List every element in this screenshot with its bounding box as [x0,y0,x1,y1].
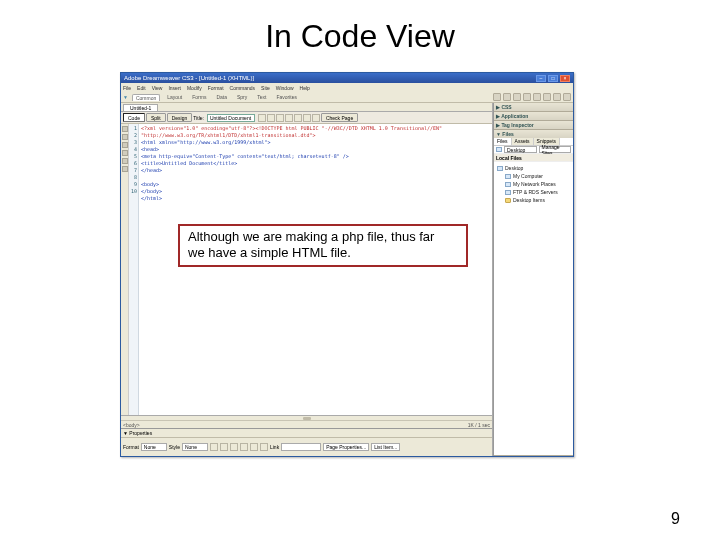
gutter-icon[interactable] [122,150,128,156]
bold-icon[interactable] [210,443,218,451]
toolbar-icon[interactable] [294,114,302,122]
gutter-icon[interactable] [122,134,128,140]
folder-icon [505,198,511,203]
minimize-icon[interactable]: – [536,75,546,82]
menu-file[interactable]: File [123,85,131,91]
callout-line2: we have a simple HTML file. [188,245,351,260]
menu-commands[interactable]: Commands [230,85,256,91]
page-properties-button[interactable]: Page Properties... [323,443,369,451]
files-tree[interactable]: Desktop My Computer My Network Places FT… [494,162,573,206]
insert-icon[interactable] [493,93,501,101]
network-icon [505,182,511,187]
document-tab[interactable]: Untitled-1 [123,104,158,111]
view-design-button[interactable]: Design [167,113,193,122]
title-input[interactable]: Untitled Document [207,114,255,122]
tree-item[interactable]: My Computer [497,172,570,180]
insert-icon[interactable] [553,93,561,101]
insertbar-tab-layout[interactable]: Layout [164,94,185,100]
menu-view[interactable]: View [152,85,163,91]
computer-icon [505,174,511,179]
italic-icon[interactable] [220,443,228,451]
align-icon[interactable] [230,443,238,451]
view-split-button[interactable]: Split [146,113,166,122]
align-icon[interactable] [260,443,268,451]
format-select[interactable]: None [141,443,167,451]
status-bar: <body> 1K / 1 sec [121,420,492,428]
menu-window[interactable]: Window [276,85,294,91]
menu-site[interactable]: Site [261,85,270,91]
code-editor[interactable]: 12345678910 <?xml version="1.0" encoding… [121,124,492,415]
css-panel: ▶ CSS [494,103,573,112]
view-code-button[interactable]: Code [123,113,145,122]
tree-root[interactable]: Desktop [497,164,570,172]
desktop-icon [497,166,503,171]
check-page-button[interactable]: Check Page [321,113,358,122]
menu-help[interactable]: Help [300,85,310,91]
toolbar-icon[interactable] [276,114,284,122]
files-tab-files[interactable]: Files [494,138,512,145]
tag-selector[interactable]: <body> [123,422,140,428]
gutter-icon[interactable] [122,142,128,148]
properties-body: Format None Style None Link Page Propert… [121,438,492,456]
tag-inspector-panel: ▶ Tag Inspector [494,121,573,130]
close-icon[interactable]: × [560,75,570,82]
insert-icon[interactable] [563,93,571,101]
toolbar-icon[interactable] [267,114,275,122]
right-panel-group: ▶ CSS ▶ Application ▶ Tag Inspector ▼ Fi… [493,103,573,456]
insertbar-tab-forms[interactable]: Forms [189,94,209,100]
document-toolbar: Code Split Design Title: Untitled Docume… [121,112,492,124]
doc-tab-row: Untitled-1 [121,103,492,112]
toolbar-icon[interactable] [285,114,293,122]
insert-icon[interactable] [503,93,511,101]
style-select[interactable]: None [182,443,208,451]
application-panel-header[interactable]: ▶ Application [494,112,573,120]
code-content[interactable]: <?xml version="1.0" encoding="utf-8"?><!… [139,124,492,415]
site-select[interactable]: Desktop [504,146,537,153]
insert-icon[interactable] [533,93,541,101]
files-column-header[interactable]: Local Files [494,154,573,162]
insertbar-tab-text[interactable]: Text [254,94,269,100]
callout-line1: Although we are making a php file, thus … [188,229,434,244]
css-panel-header[interactable]: ▶ CSS [494,103,573,111]
insertbar-tab-spry[interactable]: Spry [234,94,250,100]
style-label: Style [169,444,180,450]
slide-title: In Code View [0,0,720,55]
files-panel-header[interactable]: ▼ Files [494,130,573,138]
menu-format[interactable]: Format [208,85,224,91]
files-panel: ▼ Files Files Assets Snippets Desktop Ma… [494,130,573,456]
files-tab-assets[interactable]: Assets [512,138,534,145]
toolbar-icon[interactable] [303,114,311,122]
window-titlebar[interactable]: Adobe Dreamweaver CS3 - [Untitled-1 (XHT… [121,73,573,83]
insertbar-tab-data[interactable]: Data [213,94,230,100]
tree-item[interactable]: FTP & RDS Servers [497,188,570,196]
insertbar-tab-favorites[interactable]: Favorites [273,94,300,100]
gutter-icon[interactable] [122,166,128,172]
tree-item[interactable]: My Network Places [497,180,570,188]
format-label: Format [123,444,139,450]
insert-icon[interactable] [543,93,551,101]
insertbar-tab-common[interactable]: Common [132,94,160,101]
tag-inspector-header[interactable]: ▶ Tag Inspector [494,121,573,129]
link-input[interactable] [281,443,321,451]
code-side-toolbar [121,124,129,415]
menu-insert[interactable]: Insert [168,85,181,91]
tree-item[interactable]: Desktop Items [497,196,570,204]
properties-panel: ▼ Properties Format None Style None Link… [121,428,492,456]
properties-header[interactable]: ▼ Properties [121,429,492,438]
desktop-icon [496,147,502,152]
toolbar-icon[interactable] [312,114,320,122]
align-icon[interactable] [240,443,248,451]
menu-edit[interactable]: Edit [137,85,146,91]
toolbar-icon[interactable] [258,114,266,122]
maximize-icon[interactable]: □ [548,75,558,82]
menu-modify[interactable]: Modify [187,85,202,91]
gutter-icon[interactable] [122,158,128,164]
insert-icon[interactable] [523,93,531,101]
list-item-button[interactable]: List Item... [371,443,400,451]
line-numbers: 12345678910 [129,124,139,415]
align-icon[interactable] [250,443,258,451]
menu-bar: File Edit View Insert Modify Format Comm… [121,83,573,92]
gutter-icon[interactable] [122,126,128,132]
insert-icon[interactable] [513,93,521,101]
view-select[interactable]: Manage Sites [539,146,572,153]
